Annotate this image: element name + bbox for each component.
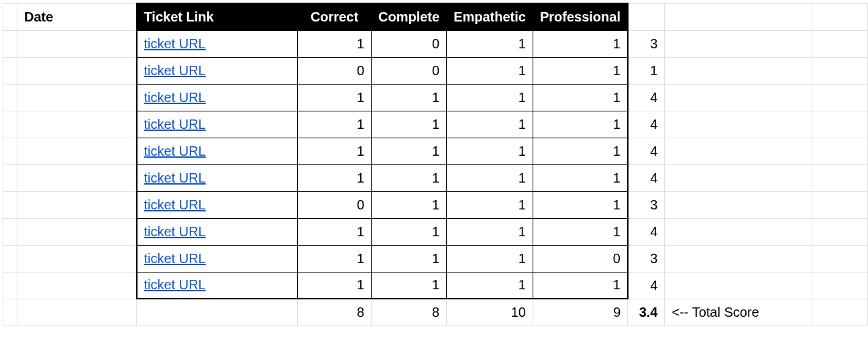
score-empathetic[interactable]: 1 [447, 272, 533, 299]
total-correct[interactable]: 8 [298, 299, 372, 326]
ticket-link[interactable]: ticket URL [144, 63, 206, 78]
ticket-link[interactable]: ticket URL [144, 277, 206, 292]
total-professional[interactable]: 9 [533, 299, 628, 326]
date-cell[interactable] [17, 57, 137, 84]
score-empathetic[interactable]: 1 [447, 245, 533, 272]
row-sum[interactable]: 4 [628, 218, 665, 245]
header-complete[interactable]: Complete [372, 3, 447, 30]
score-correct[interactable]: 0 [298, 191, 372, 218]
date-cell[interactable] [17, 299, 137, 326]
ticket-link[interactable]: ticket URL [144, 224, 206, 239]
ticket-link[interactable]: ticket URL [144, 117, 206, 132]
score-professional[interactable]: 1 [533, 272, 628, 299]
note-cell[interactable] [665, 111, 812, 138]
date-cell[interactable] [17, 84, 137, 111]
ticket-link[interactable]: ticket URL [144, 251, 206, 266]
ticket-link[interactable]: ticket URL [144, 36, 206, 51]
row-sum[interactable]: 1 [628, 57, 665, 84]
total-empathetic[interactable]: 10 [447, 299, 533, 326]
note-cell[interactable] [665, 30, 812, 57]
ticket-link-cell[interactable]: ticket URL [137, 138, 298, 164]
score-empathetic[interactable]: 1 [447, 164, 533, 191]
gutter-cell[interactable] [812, 111, 868, 138]
date-cell[interactable] [17, 245, 137, 272]
row-sum[interactable]: 3 [628, 245, 665, 272]
score-complete[interactable]: 1 [372, 218, 447, 245]
date-cell[interactable] [17, 111, 137, 138]
ticket-link-cell[interactable]: ticket URL [137, 164, 298, 191]
score-correct[interactable]: 1 [298, 84, 372, 111]
header-date[interactable]: Date [17, 3, 137, 30]
score-empathetic[interactable]: 1 [447, 30, 533, 57]
ticket-link-cell[interactable]: ticket URL [137, 30, 298, 57]
score-professional[interactable]: 1 [533, 30, 628, 57]
gutter-cell[interactable] [3, 111, 17, 138]
note-cell[interactable] [665, 245, 812, 272]
ticket-link[interactable]: ticket URL [144, 197, 206, 212]
score-complete[interactable]: 0 [372, 57, 447, 84]
gutter-cell[interactable] [812, 299, 868, 326]
score-empathetic[interactable]: 1 [447, 218, 533, 245]
score-professional[interactable]: 1 [533, 138, 628, 164]
score-complete[interactable]: 1 [372, 164, 447, 191]
gutter-cell[interactable] [3, 30, 17, 57]
date-cell[interactable] [17, 164, 137, 191]
gutter-cell[interactable] [3, 191, 17, 218]
score-correct[interactable]: 1 [298, 30, 372, 57]
total-complete[interactable]: 8 [372, 299, 447, 326]
score-complete[interactable]: 1 [372, 138, 447, 164]
score-correct[interactable]: 1 [298, 164, 372, 191]
score-empathetic[interactable]: 1 [447, 111, 533, 138]
header-ticket[interactable]: Ticket Link [137, 3, 298, 30]
note-cell[interactable] [665, 218, 812, 245]
score-complete[interactable]: 1 [372, 272, 447, 299]
row-sum[interactable]: 4 [628, 164, 665, 191]
score-empathetic[interactable]: 1 [447, 138, 533, 164]
gutter-cell[interactable] [812, 30, 868, 57]
row-sum[interactable]: 4 [628, 84, 665, 111]
gutter-cell[interactable] [3, 272, 17, 299]
score-correct[interactable]: 1 [298, 245, 372, 272]
gutter-cell[interactable] [812, 272, 868, 299]
header-professional[interactable]: Professional [533, 3, 628, 30]
score-correct[interactable]: 0 [298, 57, 372, 84]
score-complete[interactable]: 0 [372, 30, 447, 57]
gutter-cell[interactable] [3, 245, 17, 272]
score-complete[interactable]: 1 [372, 111, 447, 138]
ticket-link-cell[interactable]: ticket URL [137, 218, 298, 245]
total-score[interactable]: 3.4 [628, 299, 665, 326]
score-professional[interactable]: 1 [533, 57, 628, 84]
gutter-cell[interactable] [3, 164, 17, 191]
score-complete[interactable]: 1 [372, 84, 447, 111]
gutter-cell[interactable] [3, 57, 17, 84]
score-professional[interactable]: 1 [533, 111, 628, 138]
note-cell[interactable] [665, 272, 812, 299]
total-score-note[interactable]: <-- Total Score [665, 299, 812, 326]
gutter-cell[interactable] [3, 3, 17, 30]
ticket-link[interactable]: ticket URL [144, 170, 206, 185]
gutter-cell[interactable] [812, 57, 868, 84]
header-note[interactable] [665, 3, 812, 30]
score-correct[interactable]: 1 [298, 138, 372, 164]
date-cell[interactable] [17, 218, 137, 245]
score-empathetic[interactable]: 1 [447, 191, 533, 218]
score-professional[interactable]: 1 [533, 218, 628, 245]
score-professional[interactable]: 1 [533, 164, 628, 191]
ticket-link-cell[interactable]: ticket URL [137, 84, 298, 111]
ticket-link[interactable]: ticket URL [144, 144, 206, 158]
score-correct[interactable]: 1 [298, 272, 372, 299]
row-sum[interactable]: 3 [628, 191, 665, 218]
row-sum[interactable]: 4 [628, 272, 665, 299]
score-empathetic[interactable]: 1 [447, 84, 533, 111]
note-cell[interactable] [665, 191, 812, 218]
header-sum[interactable] [628, 3, 665, 30]
row-sum[interactable]: 4 [628, 138, 665, 164]
score-empathetic[interactable]: 1 [447, 57, 533, 84]
empty-cell[interactable] [137, 299, 298, 326]
ticket-link-cell[interactable]: ticket URL [137, 111, 298, 138]
gutter-cell[interactable] [812, 138, 868, 164]
score-complete[interactable]: 1 [372, 245, 447, 272]
score-correct[interactable]: 1 [298, 218, 372, 245]
note-cell[interactable] [665, 138, 812, 164]
ticket-link[interactable]: ticket URL [144, 90, 206, 105]
